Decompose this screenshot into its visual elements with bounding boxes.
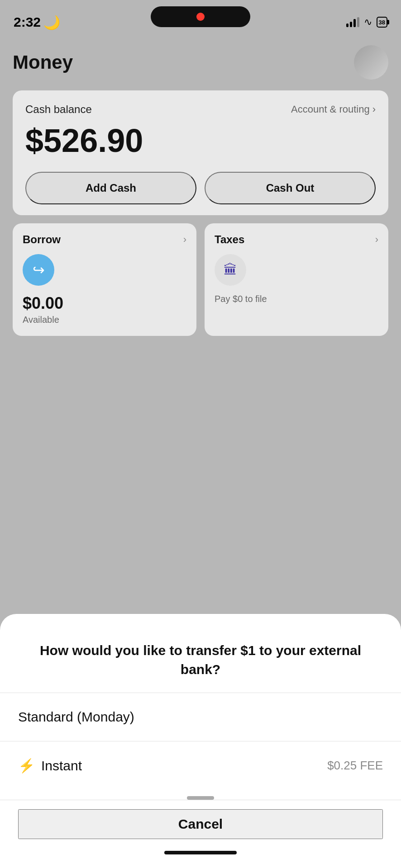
borrow-card-header: Borrow ›	[23, 233, 186, 246]
page-title: Money	[13, 52, 73, 73]
bottom-sheet: How would you like to transfer $1 to you…	[0, 614, 401, 868]
cash-out-button[interactable]: Cash Out	[205, 172, 376, 204]
cancel-button[interactable]: Cancel	[18, 809, 383, 839]
standard-transfer-option[interactable]: Standard (Monday)	[0, 693, 401, 741]
borrow-title: Borrow	[23, 233, 61, 246]
signal-bar-3	[353, 19, 356, 27]
battery-indicator: 38	[377, 17, 387, 28]
borrow-arrow-icon: ↪	[33, 261, 45, 278]
battery-level: 38	[379, 19, 385, 26]
cards-grid: Borrow › ↪ $0.00 Available Taxes › 🏛 Pay…	[13, 223, 388, 336]
page-header: Money	[13, 45, 388, 80]
instant-label: Instant	[41, 758, 82, 774]
instant-fee: $0.25 FEE	[327, 759, 383, 773]
taxes-chevron-icon: ›	[375, 234, 378, 245]
moon-icon: 🌙	[43, 14, 60, 30]
status-time: 2:32 🌙	[14, 14, 60, 30]
taxes-building-icon: 🏛	[224, 262, 237, 278]
taxes-title: Taxes	[215, 233, 244, 246]
dynamic-island	[151, 6, 250, 27]
signal-bar-4	[357, 17, 359, 27]
standard-label: Standard (Monday)	[18, 709, 134, 725]
taxes-card-header: Taxes ›	[215, 233, 378, 246]
signal-bar-2	[350, 22, 352, 27]
signal-bar-1	[346, 24, 348, 27]
add-cash-button[interactable]: Add Cash	[25, 172, 196, 204]
lightning-icon: ⚡	[18, 758, 35, 774]
standard-option-left: Standard (Monday)	[18, 709, 134, 725]
borrow-amount: $0.00	[23, 294, 186, 313]
instant-transfer-option[interactable]: ⚡ Instant $0.25 FEE	[0, 741, 401, 790]
home-indicator	[164, 851, 237, 854]
main-content: Money Cash balance Account & routing › $…	[0, 36, 401, 353]
borrow-subtitle: Available	[23, 315, 186, 325]
cash-amount: $526.90	[25, 122, 376, 159]
signal-bars	[346, 17, 359, 27]
avatar[interactable]	[354, 45, 388, 80]
account-routing-text: Account & routing	[291, 104, 370, 115]
drag-indicator	[187, 796, 214, 800]
taxes-icon-circle: 🏛	[215, 254, 246, 286]
borrow-icon-circle: ↪	[23, 254, 54, 286]
status-icons: ∿ 38	[346, 16, 387, 28]
cash-balance-card: Cash balance Account & routing › $526.90…	[13, 90, 388, 215]
status-bar: 2:32 🌙 ∿ 38	[0, 0, 401, 36]
cash-card-header: Cash balance Account & routing ›	[25, 103, 376, 116]
wifi-icon: ∿	[364, 16, 372, 28]
recording-indicator	[196, 13, 205, 21]
cancel-section: Cancel	[0, 800, 401, 844]
taxes-card[interactable]: Taxes › 🏛 Pay $0 to file	[205, 223, 388, 336]
drag-indicator-container	[0, 790, 401, 800]
chevron-right-icon: ›	[372, 104, 376, 115]
borrow-card[interactable]: Borrow › ↪ $0.00 Available	[13, 223, 196, 336]
cash-action-buttons: Add Cash Cash Out	[25, 172, 376, 204]
account-routing-link[interactable]: Account & routing ›	[291, 104, 376, 115]
time-label: 2:32	[14, 14, 41, 30]
borrow-chevron-icon: ›	[183, 234, 186, 245]
cash-balance-label: Cash balance	[25, 103, 92, 116]
sheet-title: How would you like to transfer $1 to you…	[0, 623, 401, 693]
taxes-subtitle: Pay $0 to file	[215, 294, 378, 304]
instant-option-left: ⚡ Instant	[18, 758, 82, 774]
